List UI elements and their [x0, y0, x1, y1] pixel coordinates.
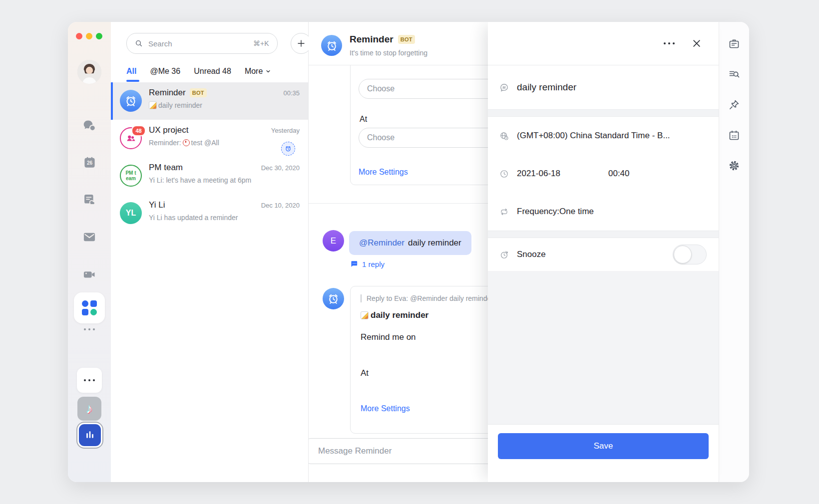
tab-at-me[interactable]: @Me 36 — [150, 67, 180, 82]
app-more-button[interactable] — [77, 368, 102, 393]
reminder-title: daily reminder — [517, 82, 576, 93]
announcements-icon[interactable] — [728, 38, 740, 50]
avatar-text: PM t — [125, 170, 136, 176]
quoted-message[interactable]: Reply to Eva: @Reminder daily reminder — [361, 294, 488, 302]
chat-time: Yesterday — [271, 127, 300, 134]
chat-preview-prefix: Reminder: — [149, 139, 181, 147]
ux-project-avatar: 48 — [120, 127, 142, 149]
minimize-traffic-icon[interactable] — [86, 33, 92, 39]
tab-more[interactable]: More — [245, 67, 271, 82]
calendar-icon[interactable]: 26 — [68, 156, 111, 169]
reminder-bot-avatar — [120, 90, 142, 112]
chat-preview: test @All — [191, 139, 219, 147]
snooze-toggle[interactable] — [673, 245, 707, 264]
tab-unread[interactable]: Unread 48 — [194, 67, 231, 82]
frequency-value: Frequency:One time — [517, 207, 594, 217]
tab-all[interactable]: All — [126, 67, 136, 82]
memo-icon — [149, 101, 157, 109]
left-rail: 26 — [68, 22, 111, 482]
choose-date-field[interactable]: Choose — [359, 79, 488, 99]
eva-avatar: E — [323, 230, 344, 252]
yi-li-avatar: YL — [120, 202, 142, 224]
timezone-row[interactable]: (GMT+08:00) China Standard Time - B... — [488, 117, 719, 155]
date-value[interactable]: 2021-06-18 — [517, 169, 560, 179]
close-icon[interactable] — [692, 38, 702, 48]
reply-count: 1 reply — [362, 260, 385, 268]
time-value[interactable]: 00:40 — [608, 169, 630, 179]
svg-text:26: 26 — [86, 160, 92, 166]
bot-badge: BOT — [398, 35, 415, 44]
close-traffic-icon[interactable] — [76, 33, 82, 39]
mail-icon[interactable] — [68, 230, 111, 244]
message-text: daily reminder — [408, 238, 461, 248]
datetime-row[interactable]: 2021-06-18 00:40 — [488, 155, 719, 193]
reply-bubble-icon — [350, 260, 359, 268]
app-window: 26 — [68, 22, 749, 482]
mention-text[interactable]: @Reminder — [359, 238, 405, 248]
timezone-globe-icon — [499, 131, 509, 141]
maximize-traffic-icon[interactable] — [96, 33, 102, 39]
chat-row-ux-project[interactable]: 48 UX project Reminder: test @All Yester… — [111, 120, 308, 157]
reminder-bot-avatar — [321, 35, 342, 56]
chat-row-pm-team[interactable]: PM t eam PM team Yi Li: let's have a mee… — [111, 157, 308, 195]
chat-name: PM team — [149, 163, 183, 173]
reply-card-title: daily reminder — [371, 310, 428, 320]
settings-gear-icon[interactable] — [728, 160, 740, 172]
message-scroll-area[interactable]: Choose At Choose More Settings E @Remind… — [309, 65, 488, 482]
user-avatar[interactable] — [77, 60, 101, 84]
red-alarm-emoji-icon — [183, 139, 190, 146]
reminder-alarm-badge-icon — [281, 142, 295, 156]
chat-list-panel: ⌘+K All @Me 36 Unread 48 More — [111, 22, 309, 482]
plus-icon — [297, 39, 306, 48]
more-settings-link[interactable]: More Settings — [361, 404, 410, 413]
avatar-text: eam — [126, 176, 136, 181]
reminder-detail-drawer: daily reminder (GMT+08:00) China Standar… — [488, 22, 719, 482]
tiktok-app-icon[interactable]: ♪ — [77, 397, 101, 421]
search-input-wrap[interactable]: ⌘+K — [126, 33, 278, 54]
ellipsis-icon — [84, 379, 95, 381]
message-composer[interactable] — [309, 438, 488, 464]
chat-row-yi-li[interactable]: YL Yi Li Yi Li has updated a reminder De… — [111, 195, 308, 232]
pm-team-avatar: PM t eam — [120, 165, 142, 187]
search-icon — [135, 39, 143, 47]
docs-icon[interactable] — [68, 193, 111, 207]
section-separator — [488, 231, 719, 238]
thread-reply-link[interactable]: 1 reply — [350, 260, 385, 268]
window-traffic-lights[interactable] — [76, 33, 102, 39]
search-messages-icon[interactable] — [728, 68, 740, 80]
events-calendar-icon[interactable] — [728, 129, 740, 141]
chat-time: 00:35 — [283, 89, 300, 97]
save-button[interactable]: Save — [498, 433, 709, 459]
workplace-grid-glyph — [82, 300, 97, 315]
drawer-empty-area — [488, 271, 719, 424]
at-label: At — [360, 115, 488, 124]
repeat-icon — [499, 207, 509, 217]
clock-icon — [499, 169, 509, 179]
choose-time-field[interactable]: Choose — [359, 128, 488, 148]
snooze-label: Snooze — [517, 250, 546, 259]
snooze-row: Snooze — [488, 238, 719, 271]
drawer-header — [488, 22, 719, 65]
drawer-footer: Save — [488, 424, 719, 482]
workplace-icon[interactable] — [74, 292, 105, 323]
video-icon[interactable] — [68, 267, 111, 281]
chat-name: UX project — [149, 125, 188, 135]
screenshot-stage: 26 — [0, 0, 819, 504]
analytics-app-icon[interactable] — [79, 424, 101, 446]
rail-more-icon[interactable] — [68, 328, 111, 330]
drawer-more-icon[interactable] — [664, 42, 675, 44]
message-divider — [309, 203, 488, 204]
chevron-down-icon — [265, 68, 271, 74]
reminder-title-row[interactable]: daily reminder — [488, 65, 719, 109]
avatar-initials: YL — [126, 209, 136, 218]
search-input[interactable] — [147, 39, 249, 48]
pins-icon[interactable] — [728, 99, 740, 111]
composer-input[interactable] — [317, 446, 488, 457]
chat-row-reminder[interactable]: Reminder BOT daily reminder 00:35 — [111, 82, 308, 120]
chat-preview: Yi Li: let's have a meeting at 6pm — [149, 176, 251, 184]
frequency-row[interactable]: Frequency:One time — [488, 193, 719, 231]
more-settings-link[interactable]: More Settings — [359, 168, 408, 177]
messenger-icon[interactable] — [68, 118, 111, 133]
section-separator — [488, 109, 719, 117]
reminder-reply-card: Reply to Eva: @Reminder daily reminder d… — [350, 286, 488, 434]
